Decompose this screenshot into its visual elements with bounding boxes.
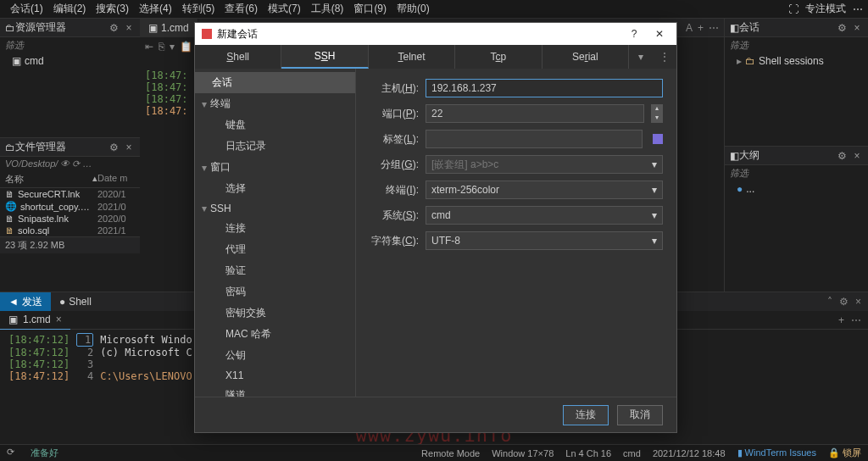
sidebar-item-connect[interactable]: 连接 xyxy=(195,218,355,239)
charset-select[interactable]: UTF-8▾ xyxy=(426,231,663,250)
term-select[interactable]: xterm-256color▾ xyxy=(426,181,663,199)
chevron-down-icon: ▾ xyxy=(652,158,657,170)
sidebar-item-proxy[interactable]: 代理 xyxy=(195,239,355,260)
sidebar-item-keyboard[interactable]: 键盘 xyxy=(195,114,355,136)
chevron-down-icon: ▾ xyxy=(652,209,657,221)
app-icon xyxy=(202,29,212,39)
protocol-tabs: Shell SSH Telnet Tcp Serial ▾ ⋮ xyxy=(195,45,676,69)
protocol-more-icon[interactable]: ⋮ xyxy=(653,45,676,69)
sidebar-item-x11[interactable]: X11 xyxy=(195,366,355,385)
connect-button[interactable]: 连接 xyxy=(563,405,609,425)
sidebar-item-mac[interactable]: MAC 哈希 xyxy=(195,324,355,345)
dialog-backdrop: 新建会话 ? ✕ Shell SSH Telnet Tcp Serial ▾ ⋮… xyxy=(0,0,868,461)
dialog-sidebar: 会话 ▾终端 键盘 日志记录 ▾窗口 选择 ▾SSH 连接 代理 验证 密码 密… xyxy=(195,69,356,397)
tab-telnet[interactable]: Telnet xyxy=(369,45,455,69)
sidebar-item-keyex[interactable]: 密钥交换 xyxy=(195,303,355,324)
chevron-down-icon: ▾ xyxy=(652,184,657,196)
sidebar-item-window[interactable]: ▾窗口 xyxy=(195,157,355,178)
host-input[interactable] xyxy=(426,79,663,97)
port-spinner[interactable]: ▴▾ xyxy=(651,104,663,123)
dialog-titlebar: 新建会话 ? ✕ xyxy=(195,23,676,45)
sidebar-item-ssh[interactable]: ▾SSH xyxy=(195,199,355,218)
term-label: 终端(I): xyxy=(370,183,419,197)
dialog-form: 主机(H): 端口(P): ▴▾ 标签(L): 分组(G): [嵌套组] a>b… xyxy=(356,69,676,397)
sidebar-item-session[interactable]: 会话 xyxy=(195,72,355,93)
port-label: 端口(P): xyxy=(370,107,419,121)
host-label: 主机(H): xyxy=(370,81,419,96)
tab-ssh[interactable]: SSH xyxy=(281,45,368,69)
sidebar-item-password[interactable]: 密码 xyxy=(195,281,355,303)
tab-shell[interactable]: Shell xyxy=(195,45,281,69)
help-icon[interactable]: ? xyxy=(624,28,644,40)
color-picker[interactable] xyxy=(653,134,663,144)
sidebar-item-pubkey[interactable]: 公钥 xyxy=(195,345,355,366)
sidebar-item-tunnel[interactable]: 隧道 xyxy=(195,385,355,397)
label-label: 标签(L): xyxy=(370,132,419,147)
charset-label: 字符集(C): xyxy=(370,234,419,248)
tab-serial[interactable]: Serial xyxy=(542,45,629,69)
sidebar-item-terminal[interactable]: ▾终端 xyxy=(195,93,355,114)
protocol-dropdown-icon[interactable]: ▾ xyxy=(629,45,653,69)
system-select[interactable]: cmd▾ xyxy=(426,206,663,225)
system-label: 系统(S): xyxy=(370,208,419,223)
group-label: 分组(G): xyxy=(370,158,419,172)
group-select[interactable]: [嵌套组] a>b>c▾ xyxy=(426,155,663,174)
new-session-dialog: 新建会话 ? ✕ Shell SSH Telnet Tcp Serial ▾ ⋮… xyxy=(194,22,677,433)
sidebar-item-verify[interactable]: 验证 xyxy=(195,260,355,281)
close-icon[interactable]: ✕ xyxy=(649,28,670,40)
cancel-button[interactable]: 取消 xyxy=(617,405,663,425)
dialog-footer: 连接 取消 xyxy=(195,397,676,432)
sidebar-item-logging[interactable]: 日志记录 xyxy=(195,136,355,157)
chevron-down-icon: ▾ xyxy=(652,235,657,247)
label-input[interactable] xyxy=(426,130,643,148)
sidebar-item-select[interactable]: 选择 xyxy=(195,178,355,199)
tab-tcp[interactable]: Tcp xyxy=(455,45,542,69)
port-input[interactable] xyxy=(426,104,644,123)
